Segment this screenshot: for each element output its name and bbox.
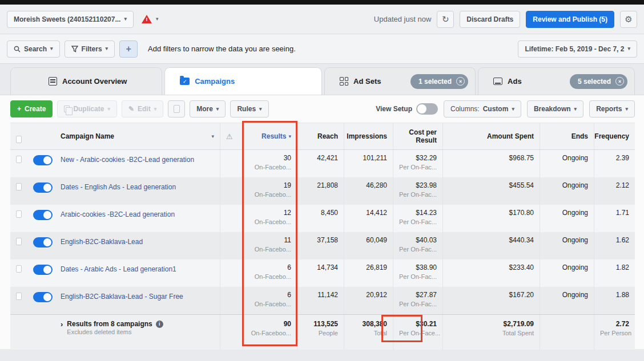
campaign-active-toggle[interactable] [33, 237, 53, 248]
frequency-value: 1.82 [600, 263, 629, 271]
reach-cell: 37,158 [297, 232, 344, 259]
view-setup-toggle[interactable] [416, 103, 438, 115]
delivery-warning-cell [220, 205, 243, 232]
edit-button[interactable]: ✎ Edit ▾ [122, 100, 163, 117]
summary-frequency-sub: Per Person [600, 330, 629, 336]
campaign-name-link[interactable]: English-B2C-Baklava-Lead - Sugar Free [61, 291, 183, 301]
results-cell: 30 On-Facebo... [243, 150, 297, 177]
cpr-cell: $32.29 Per On-Fac... [393, 150, 442, 177]
results-value: 19 [249, 181, 291, 189]
cpr-cell: $38.90 Per On-Fac... [393, 259, 442, 287]
campaign-name-header[interactable]: Campaign Name ▾ [55, 123, 220, 149]
rules-button[interactable]: Rules ▾ [230, 100, 268, 117]
results-value: 6 [249, 263, 291, 271]
account-warning-dropdown[interactable]: ! ▾ [142, 15, 159, 23]
tab-ad-sets[interactable]: Ad Sets 1 selected × [324, 67, 476, 95]
campaign-name-link[interactable]: New - Arabic-cookies -B2C-Lead generatio… [61, 154, 194, 164]
search-button[interactable]: Search ▾ [7, 40, 60, 58]
ends-header[interactable]: Ends [540, 123, 594, 149]
campaign-active-toggle[interactable] [33, 210, 53, 220]
campaign-name-link[interactable]: Dates - English Ads - Lead generation [61, 181, 176, 191]
cpr-value: $27.87 [399, 291, 437, 299]
spent-cell: $233.40 [442, 259, 540, 287]
chevron-down-icon: ▾ [154, 107, 157, 112]
campaign-name-link[interactable]: Dates - Arabic Ads - Lead generation1 [61, 263, 176, 273]
search-label: Search [24, 45, 47, 53]
date-range-selector[interactable]: Lifetime: Feb 5, 2019 - Dec 7, 2 ▾ [518, 40, 637, 58]
filters-button[interactable]: Filters ▾ [65, 40, 115, 58]
discard-drafts-button[interactable]: Discard Drafts [460, 11, 520, 28]
breakdown-button[interactable]: Breakdown ▾ [527, 100, 583, 117]
columns-button[interactable]: Columns: Custom ▾ [444, 100, 521, 117]
reach-header[interactable]: Reach [297, 123, 344, 149]
reach-value: 8,450 [303, 209, 338, 217]
refresh-button[interactable]: ↻ [437, 11, 454, 28]
campaign-name-link[interactable]: Arabic-cookies -B2C-Lead generation [61, 209, 175, 218]
reports-button[interactable]: Reports ▾ [589, 100, 635, 117]
columns-label: Columns: [450, 105, 480, 113]
spent-cell: $167.20 [442, 287, 540, 314]
tab-campaigns[interactable]: ✓ Campaigns [164, 67, 322, 95]
cpr-sub: Per On-Fac... [399, 273, 437, 280]
settings-button[interactable]: ⚙ [620, 11, 637, 28]
toolbar-right-group: View Setup Columns: Custom ▾ Breakdown ▾… [376, 100, 635, 117]
ends-cell: Ongoing [540, 205, 594, 232]
cpr-value: $23.98 [399, 181, 437, 189]
tab-account-overview[interactable]: Account Overview [10, 67, 162, 95]
select-all-checkbox[interactable] [16, 136, 22, 143]
account-name: Moreish Sweets (240152110207... [14, 15, 120, 23]
expand-summary-icon[interactable]: › [61, 320, 63, 328]
row-checkbox[interactable] [16, 238, 22, 245]
cpr-sub: Per On-Fac... [399, 301, 437, 307]
campaign-name-link[interactable]: English-B2C-Baklava-Lead [61, 236, 143, 246]
spent-cell: $968.75 [442, 150, 540, 177]
create-button[interactable]: + Create [10, 100, 53, 117]
frequency-header[interactable]: Frequency [594, 123, 635, 149]
reach-value: 21,808 [303, 181, 338, 189]
row-checkbox[interactable] [16, 183, 22, 190]
results-header[interactable]: Results ▾ [243, 123, 297, 149]
cost-per-result-header[interactable]: Cost per Result [393, 123, 442, 149]
campaign-active-toggle[interactable] [33, 155, 53, 165]
row-checkbox[interactable] [16, 265, 22, 273]
amount-spent-header[interactable]: Amount Spent [442, 123, 540, 149]
campaigns-table: Campaign Name ▾ ⚠ Results ▾ Reach Impres… [10, 123, 635, 350]
toggle-knob [417, 104, 426, 113]
duplicate-button[interactable]: Duplicate ▾ [57, 100, 117, 117]
chevron-down-icon: ▾ [216, 107, 219, 112]
clear-selection-icon[interactable]: × [456, 77, 465, 86]
frequency-value: 2.39 [600, 154, 629, 162]
info-icon[interactable]: i [156, 321, 163, 328]
row-checkbox[interactable] [16, 210, 22, 218]
row-checkbox[interactable] [16, 293, 22, 300]
ads-page-icon [493, 78, 502, 85]
date-range-label: Lifetime: Feb 5, 2019 - Dec 7, 2 [525, 45, 624, 53]
campaign-active-toggle[interactable] [33, 265, 53, 275]
impressions-value: 101,211 [350, 154, 387, 162]
clear-selection-icon[interactable]: × [615, 77, 624, 86]
reach-cell: 8,450 [297, 205, 344, 232]
reach-cell: 11,142 [297, 287, 344, 314]
row-checkbox[interactable] [16, 156, 22, 163]
add-filter-button[interactable]: + [119, 40, 138, 58]
ends-value: Ongoing [546, 181, 588, 189]
account-selector[interactable]: Moreish Sweets (240152110207... ▾ [7, 11, 134, 28]
table-body: New - Arabic-cookies -B2C-Lead generatio… [10, 150, 635, 314]
campaign-active-toggle[interactable] [33, 292, 53, 302]
tab-ads[interactable]: Ads 5 selected × [478, 67, 635, 95]
ends-cell: Ongoing [540, 259, 594, 287]
breakdown-label: Breakdown [534, 105, 571, 113]
toggle-knob [43, 266, 51, 274]
cpr-cell: $40.03 Per On-Fac... [393, 232, 442, 259]
summary-impressions-sub: Total [350, 330, 387, 336]
campaign-active-toggle[interactable] [33, 182, 53, 193]
review-publish-button[interactable]: Review and Publish (5) [526, 11, 614, 28]
ads-selected-badge[interactable]: 5 selected × [570, 74, 627, 89]
table-row: New - Arabic-cookies -B2C-Lead generatio… [10, 150, 635, 177]
impressions-header[interactable]: Impressions [344, 123, 393, 149]
more-button[interactable]: More ▾ [190, 100, 226, 117]
spent-cell: $170.80 [442, 205, 540, 232]
ad-sets-selected-badge[interactable]: 1 selected × [410, 74, 468, 89]
clipboard-button[interactable] [168, 100, 185, 117]
ads-selected-count: 5 selected [578, 78, 611, 86]
